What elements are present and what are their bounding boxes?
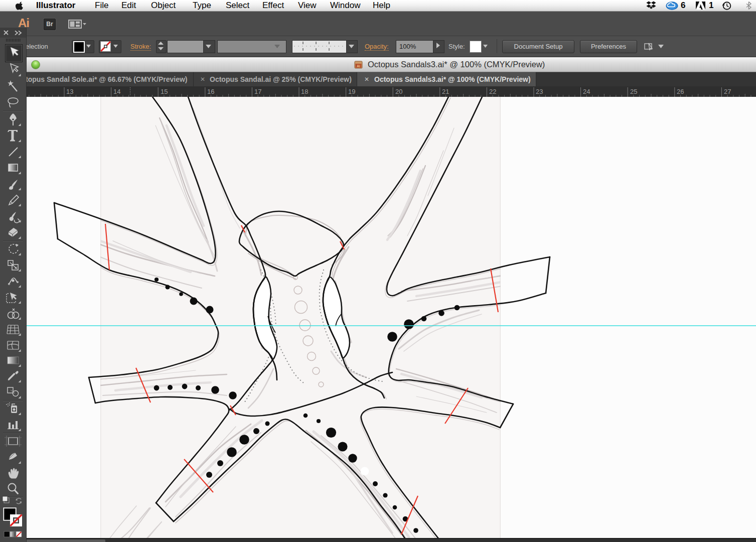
svg-text:25: 25: [630, 88, 637, 95]
svg-text:23: 23: [536, 88, 543, 95]
svg-text:14: 14: [113, 88, 120, 95]
svg-text:15: 15: [161, 88, 168, 95]
svg-text:21: 21: [442, 88, 449, 95]
svg-text:19: 19: [348, 88, 355, 95]
svg-text:22: 22: [489, 88, 496, 95]
svg-text:Ai: Ai: [357, 64, 360, 68]
svg-text:27: 27: [724, 88, 731, 95]
svg-text:24: 24: [583, 88, 590, 95]
svg-text:20: 20: [395, 88, 402, 95]
svg-text:16: 16: [207, 88, 214, 95]
svg-text:18: 18: [301, 88, 308, 95]
svg-text:26: 26: [677, 88, 684, 95]
svg-text:13: 13: [66, 88, 73, 95]
svg-text:17: 17: [254, 88, 261, 95]
